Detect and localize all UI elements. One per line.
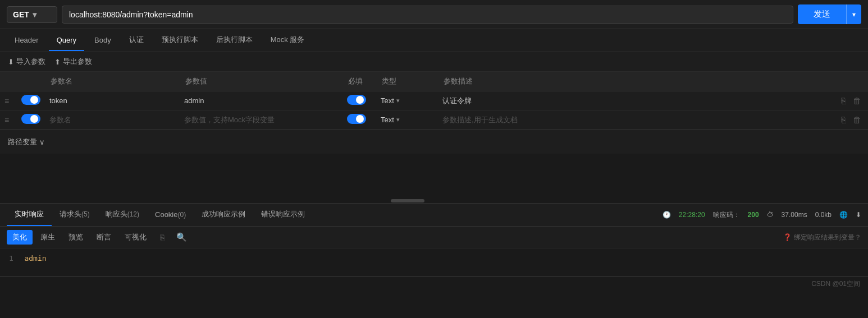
search-response-icon[interactable]: 🔍: [173, 231, 190, 243]
format-preview-button[interactable]: 预览: [63, 230, 89, 245]
send-button[interactable]: 发送: [798, 4, 846, 24]
top-bar: GET ▾ 发送 ▾: [0, 0, 868, 29]
table-header-row: 参数名 参数值 必填 类型 参数描述: [0, 72, 868, 91]
required-toggle-1[interactable]: [347, 95, 366, 105]
scroll-bar-area: [0, 199, 868, 203]
tab-cookie[interactable]: Cookie(0): [147, 205, 194, 225]
th-actions: [829, 72, 868, 91]
format-raw-button[interactable]: 原生: [35, 230, 61, 245]
tab-cookie-label: Cookie: [155, 210, 177, 219]
tab-success-example[interactable]: 成功响应示例: [194, 204, 253, 226]
delete-icon-1[interactable]: 🗑: [851, 95, 864, 107]
required-cell-2: [342, 110, 376, 130]
copy-response-icon[interactable]: ⎘: [157, 232, 168, 243]
response-duration: 37.00ms: [782, 211, 807, 219]
type-select-1[interactable]: Text ▾: [381, 96, 433, 105]
download-icon[interactable]: ⬇: [856, 211, 861, 219]
tab-post-script[interactable]: 后执行脚本: [208, 29, 261, 52]
copy-icon-2[interactable]: ⎘: [839, 114, 848, 126]
param-value-cell-2[interactable]: 参数值，支持Mock字段变量: [180, 110, 342, 130]
send-dropdown-button[interactable]: ▾: [846, 4, 861, 24]
status-code: 200: [748, 211, 759, 219]
send-btn-group: 发送 ▾: [798, 4, 861, 24]
type-select-2[interactable]: Text ▾: [381, 116, 433, 124]
format-beautify-button[interactable]: 美化: [7, 230, 33, 245]
required-toggle-2[interactable]: [347, 114, 366, 124]
tab-response-header[interactable]: 响应头(12): [98, 204, 147, 226]
status-label: 响应码：: [713, 210, 740, 220]
type-value-1: Text: [381, 96, 394, 105]
import-icon: ⬇: [8, 58, 14, 66]
method-select[interactable]: GET ▾: [7, 6, 57, 23]
th-required: 必填: [342, 72, 376, 91]
tab-header[interactable]: Header: [7, 30, 47, 51]
tab-pre-script[interactable]: 预执行脚本: [154, 29, 206, 52]
desc-placeholder-2: 参数描述,用于生成文档: [442, 116, 518, 124]
th-drag: [0, 72, 17, 91]
toggle-2[interactable]: [21, 114, 40, 124]
tab-realtime[interactable]: 实时响应: [7, 204, 52, 226]
format-visualize-button[interactable]: 可视化: [119, 230, 152, 245]
param-value-cell-1[interactable]: admin: [180, 91, 342, 110]
tab-realtime-label: 实时响应: [15, 210, 44, 218]
bind-response-text[interactable]: ❓ 绑定响应结果到变量？: [783, 233, 861, 242]
line-number-1: 1: [9, 254, 13, 262]
format-bar: 美化 原生 预览 断言 可视化 ⎘ 🔍 ❓ 绑定响应结果到变量？: [0, 227, 868, 248]
path-variable-section[interactable]: 路径变量 ∨: [0, 130, 868, 154]
clock-icon: 🕐: [663, 211, 671, 219]
format-assert-button[interactable]: 断言: [91, 230, 117, 245]
export-params-button[interactable]: ⬆ 导出参数: [54, 57, 92, 67]
desc-cell-1[interactable]: 认证令牌: [438, 91, 829, 110]
drag-handle-cell-2: ≡: [0, 110, 17, 130]
path-variable-chevron-icon: ∨: [39, 138, 45, 146]
tab-req-header-badge: (5): [81, 210, 90, 218]
delete-icon-2[interactable]: 🗑: [851, 114, 864, 126]
globe-icon[interactable]: 🌐: [839, 211, 848, 219]
import-params-button[interactable]: ⬇ 导入参数: [8, 57, 45, 67]
response-size: 0.0kb: [815, 211, 832, 219]
question-icon: ❓: [783, 233, 792, 241]
type-cell-1: Text ▾: [376, 91, 438, 110]
type-cell-2: Text ▾: [376, 110, 438, 130]
response-tabs-bar: 实时响应 请求头(5) 响应头(12) Cookie(0) 成功响应示例 错误响…: [0, 203, 868, 227]
th-desc: 参数描述: [438, 72, 829, 91]
tab-mock[interactable]: Mock 服务: [263, 29, 313, 52]
method-chevron-icon: ▾: [33, 10, 36, 19]
th-type: 类型: [376, 72, 438, 91]
tab-error-example[interactable]: 错误响应示例: [253, 204, 313, 226]
timer-icon: ⏱: [767, 211, 774, 219]
query-toolbar: ⬇ 导入参数 ⬆ 导出参数: [0, 52, 868, 72]
type-chevron-icon-1: ▾: [396, 97, 400, 104]
param-name-value-1: token: [49, 96, 67, 105]
tab-query[interactable]: Query: [49, 30, 84, 51]
tab-auth[interactable]: 认证: [121, 29, 152, 52]
desc-cell-2[interactable]: 参数描述,用于生成文档: [438, 110, 829, 130]
param-name-cell-2[interactable]: 参数名: [45, 110, 180, 130]
tab-res-header-label: 响应头: [106, 210, 127, 218]
response-time: 22:28:20: [679, 211, 705, 219]
desc-value-1: 认证令牌: [442, 96, 472, 105]
type-value-2: Text: [381, 116, 394, 124]
response-body: 1 admin: [0, 248, 868, 276]
bind-response-label: 绑定响应结果到变量？: [794, 233, 861, 242]
tab-res-header-badge: (12): [127, 210, 139, 218]
tab-success-label: 成功响应示例: [202, 210, 245, 218]
tab-error-label: 错误响应示例: [261, 210, 305, 218]
th-name: 参数名: [45, 72, 180, 91]
type-chevron-icon-2: ▾: [396, 116, 400, 123]
tab-body[interactable]: Body: [86, 30, 119, 51]
scroll-thumb[interactable]: [391, 199, 424, 202]
drag-handle-icon[interactable]: ≡: [4, 96, 9, 105]
actions-cell-1: ⎘ 🗑: [829, 91, 868, 110]
export-icon: ⬆: [54, 58, 61, 66]
param-name-cell-1[interactable]: token: [45, 91, 180, 110]
drag-handle-icon-2[interactable]: ≡: [4, 116, 9, 125]
table-row: ≡ 参数名 参数值，支持Mock字段变量 Text ▾ 参数描述,用于生: [0, 110, 868, 130]
tab-request-header[interactable]: 请求头(5): [52, 204, 98, 226]
url-input[interactable]: [62, 6, 793, 24]
toggle-cell-1: [17, 91, 45, 110]
footer-label: CSDN @01空间: [811, 279, 860, 289]
copy-icon-1[interactable]: ⎘: [839, 95, 848, 107]
toggle-1[interactable]: [21, 95, 40, 105]
response-value-1: admin: [24, 254, 46, 262]
